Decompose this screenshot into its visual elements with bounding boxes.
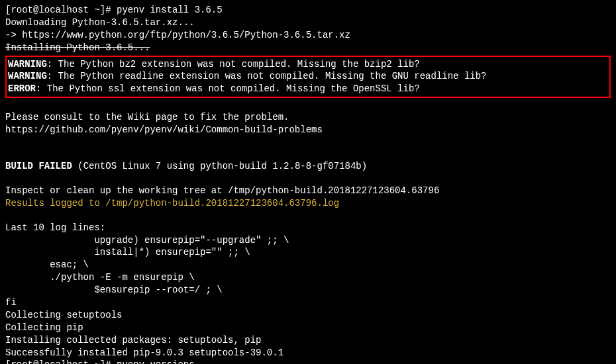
output-download: Downloading Python-3.6.5.tar.xz... — [5, 17, 611, 29]
warning-label: WARNING — [8, 71, 47, 81]
build-failed-line: BUILD FAILED (CentOS Linux 7 using pytho… — [5, 160, 611, 173]
build-failed-text: (CentOS Linux 7 using python-build 1.2.8… — [72, 161, 367, 171]
log-line: Collecting pip — [5, 322, 611, 334]
log-line: fi — [5, 296, 611, 309]
shell-prompt: [root@localhost ~]# — [5, 359, 117, 364]
log-line: Collecting setuptools — [5, 309, 611, 322]
output-wiki-url: https://github.com/pyenv/pyenv/wiki/Comm… — [5, 124, 611, 136]
command-text: pyenv install 3.6.5 — [117, 5, 223, 15]
error-line-1: ERROR: The Python ssl extension was not … — [8, 83, 608, 95]
warning-label: WARNING — [8, 59, 47, 69]
log-line: upgrade) ensurepip="--upgrade" ;; \ — [5, 234, 611, 247]
build-failed-label: BUILD FAILED — [5, 161, 72, 171]
output-consult: Please consult to the Wiki page to fix t… — [5, 111, 611, 124]
output-last10: Last 10 log lines: — [5, 222, 611, 234]
output-inspect: Inspect or clean up the working tree at … — [5, 185, 611, 197]
log-line: ./python -E -m ensurepip \ — [5, 271, 611, 284]
log-line: Installing collected packages: setuptool… — [5, 334, 611, 347]
log-line: Successfully installed pip-9.0.3 setupto… — [5, 347, 611, 359]
warning-line-1: WARNING: The Python bz2 extension was no… — [8, 58, 608, 71]
error-text: : The Python ssl extension was not compi… — [36, 83, 420, 94]
output-url: -> https://www.python.org/ftp/python/3.6… — [5, 29, 611, 42]
log-line: esac; \ — [5, 259, 611, 271]
warning-text: : The Python bz2 extension was not compi… — [47, 59, 420, 69]
log-line: install|*) ensurepip="" ;; \ — [5, 246, 611, 259]
log-line: $ensurepip --root=/ ; \ — [5, 284, 611, 296]
error-label: ERROR — [8, 83, 36, 94]
output-installing: Installing Python-3.6.5... — [5, 42, 611, 54]
prompt-line-1[interactable]: [root@localhost ~]# pyenv install 3.6.5 — [5, 4, 611, 17]
warning-line-2: WARNING: The Python readline extension w… — [8, 70, 608, 83]
warning-text: : The Python readline extension was not … — [47, 71, 487, 81]
output-results-log: Results logged to /tmp/python-build.2018… — [5, 197, 611, 210]
shell-prompt: [root@localhost ~]# — [5, 5, 117, 15]
error-highlight-box: WARNING: The Python bz2 extension was no… — [5, 56, 611, 99]
prompt-line-2[interactable]: [root@localhost ~]# pyenv versions — [5, 359, 611, 364]
command-text: pyenv versions — [117, 359, 195, 364]
